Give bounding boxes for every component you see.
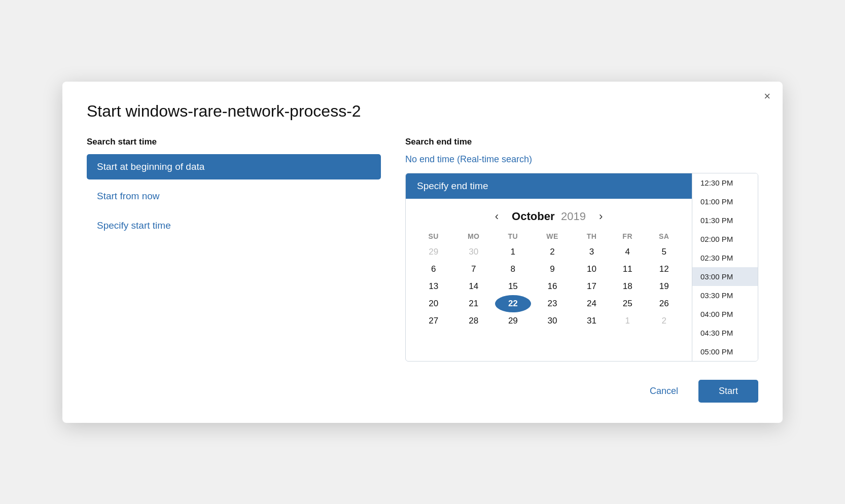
right-panel: Search end time No end time (Real-time s… bbox=[405, 137, 758, 362]
time-item[interactable]: 04:00 PM bbox=[692, 305, 758, 323]
left-panel: Search start time Start at beginning of … bbox=[87, 137, 381, 242]
time-item[interactable]: 04:30 PM bbox=[692, 323, 758, 342]
calendar-grid: SUMOTUWETHFRSA 2930123456789101112131415… bbox=[406, 229, 692, 338]
calendar-day[interactable]: 21 bbox=[452, 295, 495, 312]
calendar-day[interactable]: 1 bbox=[495, 243, 531, 261]
dialog-footer: Cancel Start bbox=[87, 380, 758, 403]
dialog-title: Start windows-rare-network-process-2 bbox=[87, 102, 758, 121]
calendar-container: Specify end time ‹ October 2019 › SUMOTU… bbox=[405, 173, 758, 362]
weekday-mo: MO bbox=[452, 229, 495, 243]
calendar-month: October bbox=[512, 210, 554, 223]
calendar-day[interactable]: 10 bbox=[574, 261, 610, 278]
calendar-day[interactable]: 18 bbox=[610, 278, 646, 295]
start-time-label: Search start time bbox=[87, 137, 381, 147]
calendar-day[interactable]: 22 bbox=[495, 295, 531, 312]
start-option-beginning[interactable]: Start at beginning of data bbox=[87, 154, 381, 179]
calendar-month-year: October 2019 bbox=[512, 210, 586, 223]
calendar-nav: ‹ October 2019 › bbox=[406, 199, 692, 229]
calendar-day[interactable]: 20 bbox=[415, 295, 452, 312]
calendar-day[interactable]: 9 bbox=[531, 261, 574, 278]
start-option-now[interactable]: Start from now bbox=[87, 184, 381, 209]
calendar-day[interactable]: 8 bbox=[495, 261, 531, 278]
calendar-day[interactable]: 24 bbox=[574, 295, 610, 312]
time-item[interactable]: 03:30 PM bbox=[692, 286, 758, 305]
time-item[interactable]: 05:00 PM bbox=[692, 342, 758, 361]
calendar-day[interactable]: 6 bbox=[415, 261, 452, 278]
cancel-button[interactable]: Cancel bbox=[638, 380, 690, 403]
calendar-day[interactable]: 29 bbox=[415, 243, 452, 261]
calendar-day[interactable]: 1 bbox=[610, 312, 646, 330]
calendar-main: Specify end time ‹ October 2019 › SUMOTU… bbox=[406, 173, 692, 361]
end-time-label: Search end time bbox=[405, 137, 758, 147]
calendar-day[interactable]: 27 bbox=[415, 312, 452, 330]
time-item[interactable]: 03:00 PM bbox=[692, 267, 758, 286]
calendar-day[interactable]: 14 bbox=[452, 278, 495, 295]
calendar-day[interactable]: 12 bbox=[646, 261, 683, 278]
dialog: × Start windows-rare-network-process-2 S… bbox=[62, 82, 783, 423]
calendar-day[interactable]: 31 bbox=[574, 312, 610, 330]
weekday-we: WE bbox=[531, 229, 574, 243]
time-list: 12:30 PM01:00 PM01:30 PM02:00 PM02:30 PM… bbox=[692, 173, 758, 361]
calendar-day[interactable]: 5 bbox=[646, 243, 683, 261]
weekday-fr: FR bbox=[610, 229, 646, 243]
weekday-tu: TU bbox=[495, 229, 531, 243]
calendar-day[interactable]: 2 bbox=[646, 312, 683, 330]
calendar-day[interactable]: 23 bbox=[531, 295, 574, 312]
specify-end-time-header: Specify end time bbox=[406, 173, 692, 199]
calendar-day[interactable]: 17 bbox=[574, 278, 610, 295]
time-item[interactable]: 01:30 PM bbox=[692, 211, 758, 230]
calendar-day[interactable]: 15 bbox=[495, 278, 531, 295]
weekday-su: SU bbox=[415, 229, 452, 243]
weekday-th: TH bbox=[574, 229, 610, 243]
time-item[interactable]: 12:30 PM bbox=[692, 173, 758, 192]
calendar-day[interactable]: 3 bbox=[574, 243, 610, 261]
calendar-day[interactable]: 16 bbox=[531, 278, 574, 295]
calendar-day[interactable]: 13 bbox=[415, 278, 452, 295]
calendar-day[interactable]: 4 bbox=[610, 243, 646, 261]
time-item[interactable]: 02:00 PM bbox=[692, 230, 758, 248]
weekday-sa: SA bbox=[646, 229, 683, 243]
time-item[interactable]: 02:30 PM bbox=[692, 248, 758, 267]
time-item[interactable]: 01:00 PM bbox=[692, 192, 758, 211]
calendar-day[interactable]: 11 bbox=[610, 261, 646, 278]
calendar-day[interactable]: 2 bbox=[531, 243, 574, 261]
calendar-day[interactable]: 30 bbox=[452, 243, 495, 261]
calendar-day[interactable]: 30 bbox=[531, 312, 574, 330]
calendar-day[interactable]: 25 bbox=[610, 295, 646, 312]
calendar-year: 2019 bbox=[561, 210, 586, 223]
calendar-day[interactable]: 29 bbox=[495, 312, 531, 330]
calendar-day[interactable]: 26 bbox=[646, 295, 683, 312]
calendar-day[interactable]: 7 bbox=[452, 261, 495, 278]
start-button[interactable]: Start bbox=[698, 380, 758, 403]
calendar-day[interactable]: 19 bbox=[646, 278, 683, 295]
no-end-time-button[interactable]: No end time (Real-time search) bbox=[405, 154, 532, 165]
calendar-day[interactable]: 28 bbox=[452, 312, 495, 330]
start-option-specify[interactable]: Specify start time bbox=[87, 213, 381, 238]
start-options: Start at beginning of dataStart from now… bbox=[87, 154, 381, 238]
close-button[interactable]: × bbox=[764, 91, 770, 102]
prev-month-button[interactable]: ‹ bbox=[490, 208, 504, 225]
next-month-button[interactable]: › bbox=[594, 208, 608, 225]
panels: Search start time Start at beginning of … bbox=[87, 137, 758, 362]
